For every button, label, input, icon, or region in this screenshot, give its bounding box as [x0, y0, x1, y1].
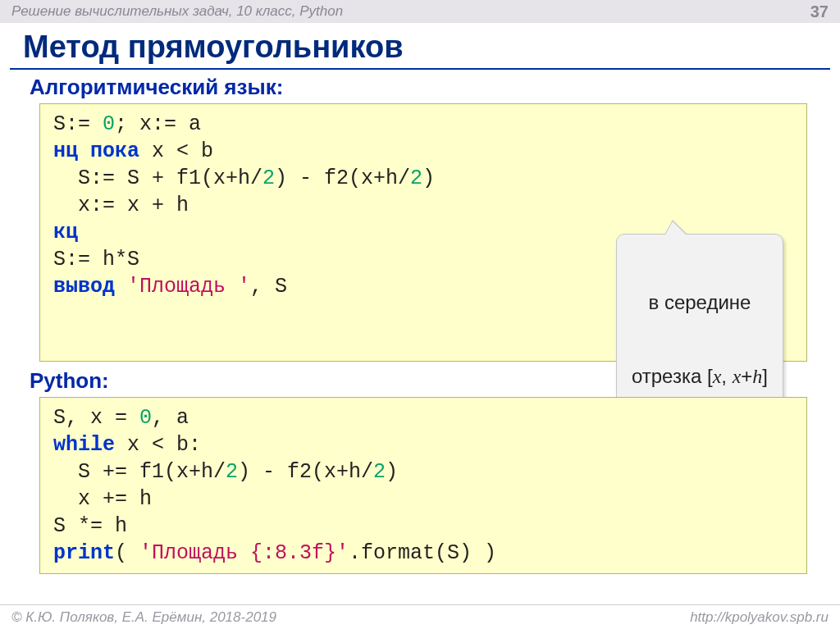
footer-url: http://kpolyakov.spb.ru	[690, 609, 829, 626]
page-number: 37	[810, 2, 829, 21]
breadcrumb: Решение вычислительных задач, 10 класс, …	[11, 3, 343, 20]
title-divider	[10, 68, 830, 70]
code-line: S:= S + f1(x+h/2) - f2(x+h/2)	[53, 166, 435, 190]
code-line: while x < b:	[53, 433, 201, 457]
callout-line2: отрезка [x, x+h]	[632, 364, 768, 389]
page-title: Метод прямоугольников	[0, 23, 840, 68]
code-line: x += h	[53, 487, 152, 511]
code-line: S:= h*S	[53, 248, 139, 271]
code-line: вывод 'Площадь ', S	[53, 275, 287, 299]
code-line: кц	[53, 221, 78, 244]
section-label-alg: Алгоритмический язык:	[30, 75, 817, 100]
footer-bar: © К.Ю. Поляков, Е.А. Ерёмин, 2018-2019 h…	[0, 604, 840, 629]
footer-copyright: © К.Ю. Поляков, Е.А. Ерёмин, 2018-2019	[11, 609, 276, 626]
code-line: S, x = 0, a	[53, 406, 189, 430]
code-line: нц пока x < b	[53, 139, 213, 163]
code-line: x:= x + h	[53, 194, 189, 217]
header-bar: Решение вычислительных задач, 10 класс, …	[0, 0, 840, 23]
code-block-python: S, x = 0, a while x < b: S += f1(x+h/2) …	[39, 397, 807, 574]
callout-line1: в середине	[632, 290, 768, 315]
code-block-alg: S:= 0; x:= a нц пока x < b S:= S + f1(x+…	[39, 103, 807, 362]
code-line: print( 'Площадь {:8.3f}'.format(S) )	[53, 541, 496, 565]
code-line: S *= h	[53, 514, 127, 538]
code-line: S += f1(x+h/2) - f2(x+h/2)	[53, 460, 398, 484]
section-algorithmic: Алгоритмический язык: S:= 0; x:= a нц по…	[0, 75, 840, 574]
code-line: S:= 0; x:= a	[53, 112, 201, 136]
